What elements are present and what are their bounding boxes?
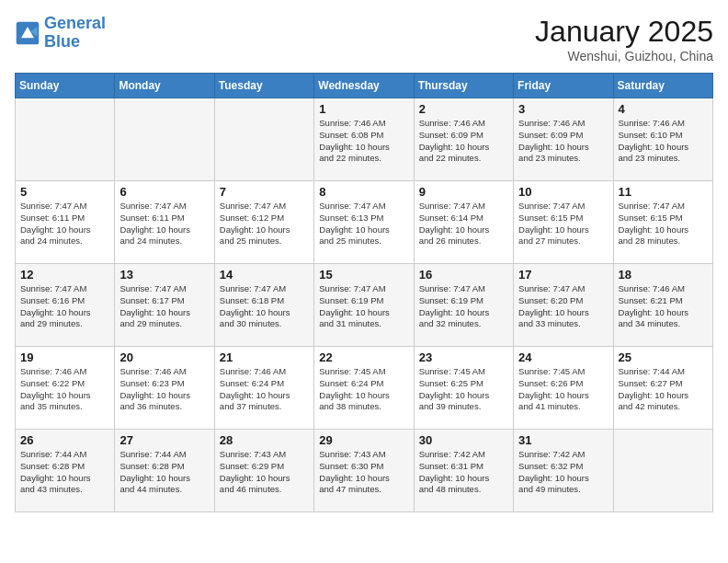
calendar-cell	[214, 98, 313, 181]
day-info: Sunrise: 7:47 AM Sunset: 6:17 PM Dayligh…	[119, 283, 209, 330]
weekday-thursday: Thursday	[414, 74, 513, 98]
calendar-week-row: 12Sunrise: 7:47 AM Sunset: 6:16 PM Dayli…	[16, 264, 713, 347]
calendar-subtitle: Wenshui, Guizhou, China	[535, 49, 713, 63]
calendar-cell: 28Sunrise: 7:43 AM Sunset: 6:29 PM Dayli…	[214, 430, 313, 512]
calendar-header: SundayMondayTuesdayWednesdayThursdayFrid…	[16, 74, 713, 98]
weekday-monday: Monday	[115, 74, 214, 98]
calendar-cell: 5Sunrise: 7:47 AM Sunset: 6:11 PM Daylig…	[16, 181, 115, 264]
day-number: 6	[119, 185, 209, 199]
day-number: 1	[319, 102, 408, 116]
page-header: General Blue January 2025 Wenshui, Guizh…	[15, 15, 713, 63]
day-info: Sunrise: 7:47 AM Sunset: 6:19 PM Dayligh…	[419, 283, 508, 330]
day-number: 4	[619, 102, 708, 116]
day-info: Sunrise: 7:46 AM Sunset: 6:21 PM Dayligh…	[619, 283, 708, 330]
day-number: 2	[419, 102, 508, 116]
day-info: Sunrise: 7:46 AM Sunset: 6:23 PM Dayligh…	[119, 366, 209, 413]
day-number: 28	[220, 433, 309, 447]
weekday-header-row: SundayMondayTuesdayWednesdayThursdayFrid…	[16, 74, 713, 98]
day-number: 16	[419, 268, 508, 282]
logo-blue: Blue	[44, 32, 80, 51]
day-number: 30	[419, 433, 508, 447]
day-info: Sunrise: 7:46 AM Sunset: 6:22 PM Dayligh…	[20, 366, 109, 413]
day-info: Sunrise: 7:47 AM Sunset: 6:14 PM Dayligh…	[419, 201, 508, 247]
day-info: Sunrise: 7:43 AM Sunset: 6:29 PM Dayligh…	[220, 449, 309, 496]
calendar-cell: 20Sunrise: 7:46 AM Sunset: 6:23 PM Dayli…	[115, 347, 214, 430]
calendar-cell	[613, 430, 712, 512]
calendar-cell: 17Sunrise: 7:47 AM Sunset: 6:20 PM Dayli…	[514, 264, 613, 347]
day-number: 13	[119, 268, 209, 282]
day-info: Sunrise: 7:46 AM Sunset: 6:09 PM Dayligh…	[518, 118, 608, 165]
day-number: 22	[319, 350, 408, 364]
day-number: 29	[319, 433, 408, 447]
day-info: Sunrise: 7:47 AM Sunset: 6:18 PM Dayligh…	[220, 283, 309, 330]
day-number: 3	[518, 102, 608, 116]
logo-general: General	[44, 14, 106, 32]
calendar-cell: 14Sunrise: 7:47 AM Sunset: 6:18 PM Dayli…	[214, 264, 313, 347]
day-number: 7	[220, 185, 309, 199]
calendar-cell: 26Sunrise: 7:44 AM Sunset: 6:28 PM Dayli…	[16, 430, 115, 512]
day-number: 27	[119, 433, 209, 447]
calendar-table: SundayMondayTuesdayWednesdayThursdayFrid…	[15, 73, 713, 512]
day-info: Sunrise: 7:44 AM Sunset: 6:27 PM Dayligh…	[619, 366, 708, 413]
weekday-sunday: Sunday	[16, 74, 115, 98]
calendar-week-row: 5Sunrise: 7:47 AM Sunset: 6:11 PM Daylig…	[16, 181, 713, 264]
weekday-friday: Friday	[514, 74, 613, 98]
day-number: 15	[319, 268, 408, 282]
day-number: 5	[20, 185, 109, 199]
day-info: Sunrise: 7:46 AM Sunset: 6:10 PM Dayligh…	[619, 118, 708, 165]
day-info: Sunrise: 7:44 AM Sunset: 6:28 PM Dayligh…	[119, 449, 209, 496]
day-number: 25	[619, 350, 708, 364]
calendar-week-row: 26Sunrise: 7:44 AM Sunset: 6:28 PM Dayli…	[16, 430, 713, 512]
calendar-cell: 19Sunrise: 7:46 AM Sunset: 6:22 PM Dayli…	[16, 347, 115, 430]
day-info: Sunrise: 7:47 AM Sunset: 6:13 PM Dayligh…	[319, 201, 408, 247]
day-number: 10	[518, 185, 608, 199]
calendar-cell	[16, 98, 115, 181]
day-number: 20	[119, 350, 209, 364]
day-number: 21	[220, 350, 309, 364]
day-info: Sunrise: 7:47 AM Sunset: 6:12 PM Dayligh…	[220, 201, 309, 247]
day-info: Sunrise: 7:47 AM Sunset: 6:16 PM Dayligh…	[20, 283, 109, 330]
day-number: 12	[20, 268, 109, 282]
calendar-cell: 30Sunrise: 7:42 AM Sunset: 6:31 PM Dayli…	[414, 430, 513, 512]
calendar-cell: 22Sunrise: 7:45 AM Sunset: 6:24 PM Dayli…	[314, 347, 414, 430]
calendar-cell: 16Sunrise: 7:47 AM Sunset: 6:19 PM Dayli…	[414, 264, 513, 347]
calendar-cell: 8Sunrise: 7:47 AM Sunset: 6:13 PM Daylig…	[314, 181, 414, 264]
calendar-cell: 29Sunrise: 7:43 AM Sunset: 6:30 PM Dayli…	[314, 430, 414, 512]
calendar-cell	[115, 98, 214, 181]
day-info: Sunrise: 7:47 AM Sunset: 6:20 PM Dayligh…	[518, 283, 608, 330]
day-info: Sunrise: 7:47 AM Sunset: 6:15 PM Dayligh…	[619, 201, 708, 247]
day-info: Sunrise: 7:42 AM Sunset: 6:31 PM Dayligh…	[419, 449, 508, 496]
day-info: Sunrise: 7:45 AM Sunset: 6:26 PM Dayligh…	[518, 366, 608, 413]
title-block: January 2025 Wenshui, Guizhou, China	[535, 15, 713, 63]
logo-text: General Blue	[44, 15, 106, 52]
day-info: Sunrise: 7:42 AM Sunset: 6:32 PM Dayligh…	[518, 449, 608, 496]
day-number: 19	[20, 350, 109, 364]
calendar-cell: 27Sunrise: 7:44 AM Sunset: 6:28 PM Dayli…	[115, 430, 214, 512]
day-info: Sunrise: 7:43 AM Sunset: 6:30 PM Dayligh…	[319, 449, 408, 496]
calendar-cell: 18Sunrise: 7:46 AM Sunset: 6:21 PM Dayli…	[613, 264, 712, 347]
calendar-week-row: 19Sunrise: 7:46 AM Sunset: 6:22 PM Dayli…	[16, 347, 713, 430]
day-info: Sunrise: 7:47 AM Sunset: 6:11 PM Dayligh…	[119, 201, 209, 247]
day-info: Sunrise: 7:47 AM Sunset: 6:11 PM Dayligh…	[20, 201, 109, 247]
calendar-cell: 11Sunrise: 7:47 AM Sunset: 6:15 PM Dayli…	[613, 181, 712, 264]
day-info: Sunrise: 7:46 AM Sunset: 6:24 PM Dayligh…	[220, 366, 309, 413]
calendar-cell: 15Sunrise: 7:47 AM Sunset: 6:19 PM Dayli…	[314, 264, 414, 347]
weekday-saturday: Saturday	[613, 74, 712, 98]
calendar-title: January 2025	[535, 15, 713, 49]
day-number: 23	[419, 350, 508, 364]
calendar-cell: 25Sunrise: 7:44 AM Sunset: 6:27 PM Dayli…	[613, 347, 712, 430]
calendar-cell: 31Sunrise: 7:42 AM Sunset: 6:32 PM Dayli…	[514, 430, 613, 512]
day-number: 11	[619, 185, 708, 199]
day-number: 24	[518, 350, 608, 364]
day-info: Sunrise: 7:45 AM Sunset: 6:24 PM Dayligh…	[319, 366, 408, 413]
day-number: 14	[220, 268, 309, 282]
day-number: 18	[619, 268, 708, 282]
day-info: Sunrise: 7:46 AM Sunset: 6:08 PM Dayligh…	[319, 118, 408, 165]
calendar-week-row: 1Sunrise: 7:46 AM Sunset: 6:08 PM Daylig…	[16, 98, 713, 181]
calendar-cell: 7Sunrise: 7:47 AM Sunset: 6:12 PM Daylig…	[214, 181, 313, 264]
day-info: Sunrise: 7:46 AM Sunset: 6:09 PM Dayligh…	[419, 118, 508, 165]
day-info: Sunrise: 7:47 AM Sunset: 6:19 PM Dayligh…	[319, 283, 408, 330]
day-info: Sunrise: 7:47 AM Sunset: 6:15 PM Dayligh…	[518, 201, 608, 247]
day-number: 17	[518, 268, 608, 282]
calendar-cell: 2Sunrise: 7:46 AM Sunset: 6:09 PM Daylig…	[414, 98, 513, 181]
